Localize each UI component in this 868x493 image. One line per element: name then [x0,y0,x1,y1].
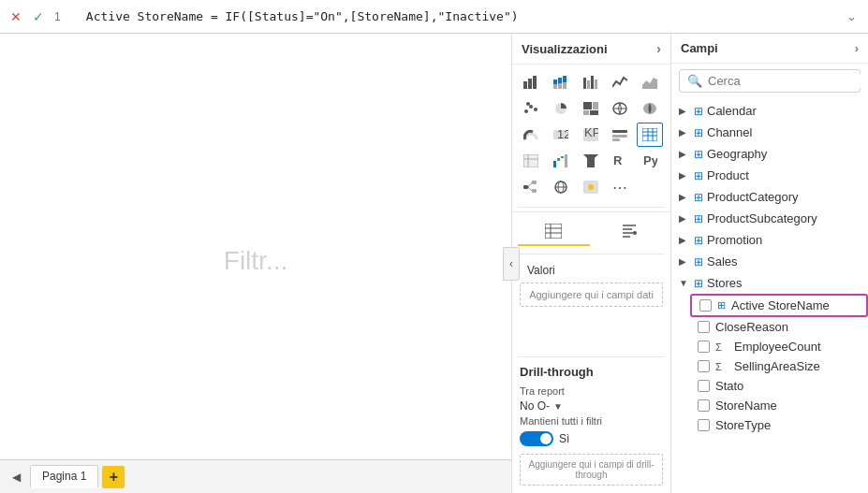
table-icon: ⊞ [694,169,703,182]
tree-checkbox-storetype[interactable] [698,419,710,431]
campi-search-input[interactable] [708,74,865,88]
tree-checkbox-activestorename[interactable] [699,299,712,312]
viz-line-chart[interactable] [607,70,633,94]
drill-toggle[interactable] [520,431,553,446]
page-tab-1[interactable]: Pagina 1 [30,465,98,488]
viz-area-chart[interactable] [637,70,663,94]
drill-dropdown-icon[interactable]: ▼ [553,401,563,412]
page-nav-left[interactable]: ◀ [6,467,26,487]
viz-map[interactable] [607,96,633,121]
add-page-button[interactable]: + [102,466,125,488]
viz-more[interactable]: ⋯ [607,175,633,199]
tree-checkbox-closereason[interactable] [698,321,710,333]
sum-icon-sellingareasize: Σ [715,361,728,372]
viz-collapse-button[interactable]: ‹ [503,247,520,281]
svg-rect-9 [583,78,586,89]
tree-group-header-product[interactable]: ▶ ⊞ Product [671,165,868,186]
tree-checkbox-stato[interactable] [698,380,710,392]
svg-rect-10 [587,80,590,89]
tree-item-stato[interactable]: Stato [690,376,868,396]
svg-rect-32 [612,138,620,141]
svg-rect-12 [595,80,597,89]
tree-group-header-geography[interactable]: ▶ ⊞ Geography [671,143,868,165]
tree-item-storetype[interactable]: StoreType [690,415,868,435]
viz-treemap[interactable] [578,96,604,121]
viz-globe[interactable] [548,175,574,199]
viz-slicer[interactable] [607,123,633,147]
sum-icon-employeecount: Σ [715,341,728,353]
viz-stacked-bar[interactable] [548,70,574,94]
tree-group-promotion: ▶ ⊞ Promotion [671,229,868,251]
tree-group-header-sales[interactable]: ▶ ⊞ Sales [671,251,868,272]
viz-card[interactable]: 123 [548,123,574,147]
campi-panel-expand-icon[interactable]: › [855,41,859,55]
svg-rect-1 [528,79,532,89]
viz-funnel[interactable] [578,149,604,173]
viz-add-fields-button[interactable]: Aggiungere qui i campi dati [520,283,663,307]
tree-item-employeecount[interactable]: Σ EmployeeCount [690,337,868,356]
viz-scatter[interactable] [518,96,544,121]
viz-smart-narrative[interactable] [578,175,604,199]
viz-decomp-tree[interactable] [518,175,544,199]
viz-r-visual[interactable]: R [607,149,633,173]
table-icon: ⊞ [694,105,703,118]
svg-rect-22 [590,110,598,115]
viz-kpi[interactable]: KPI [578,123,604,147]
viz-tab-format[interactable] [594,218,666,246]
tree-item-sellingareasize[interactable]: Σ SellingAreaSize [690,356,868,376]
viz-panel-expand-icon[interactable]: › [656,41,661,56]
viz-cluster-bar[interactable] [578,70,604,94]
viz-tab-fields[interactable] [518,218,590,246]
campi-panel-header: Campi › [671,34,868,64]
tree-item-storename[interactable]: StoreName [690,396,868,415]
svg-text:Py: Py [643,154,657,167]
viz-table[interactable] [637,123,663,147]
tree-group-header-productsubcategory[interactable]: ▶ ⊞ ProductSubcategory [671,208,868,229]
viz-python-visual[interactable]: Py [637,149,663,173]
viz-add-drill-fields-button[interactable]: Aggiungere qui i campi di drill-through [520,454,663,486]
tree-group-label-productcategory: ProductCategory [707,190,799,204]
chevron-right-icon: ▶ [679,213,690,224]
viz-pie[interactable] [548,96,574,121]
tree-item-closereason[interactable]: CloseReason [690,317,868,337]
viz-matrix[interactable] [518,149,544,173]
tree-group-label-geography: Geography [707,147,767,161]
formula-bar-icons: ✕ ✓ [7,8,47,25]
viz-gauge[interactable] [518,123,544,147]
svg-rect-21 [583,110,589,115]
tree-checkbox-employeecount[interactable] [698,341,710,353]
tree-item-activestorename[interactable]: ⊞ Active StoreName [690,294,868,317]
viz-panel: ‹ Visualizzazioni › [512,34,671,493]
svg-marker-45 [583,154,598,167]
confirm-icon[interactable]: ✓ [30,8,47,25]
tree-group-header-channel[interactable]: ▶ ⊞ Channel [671,122,868,143]
svg-rect-11 [591,76,594,89]
tree-group-header-productcategory[interactable]: ▶ ⊞ ProductCategory [671,186,868,208]
formula-expand-icon[interactable]: ⌄ [842,7,861,26]
formula-input[interactable] [79,9,834,23]
svg-rect-4 [553,84,557,89]
svg-point-16 [534,108,537,111]
viz-filled-map[interactable] [637,96,663,121]
drill-entre-label: Tra report [520,385,595,397]
svg-rect-8 [563,82,566,89]
viz-panel-title: Visualizzazioni [522,42,608,56]
svg-text:R: R [613,154,623,167]
viz-waterfall[interactable] [548,149,574,173]
tree-group-header-calendar[interactable]: ▶ ⊞ Calendar [671,100,868,122]
drill-select-value: No O- [520,399,550,413]
viz-bar-chart[interactable] [518,70,544,94]
tree-children-stores: ⊞ Active StoreName CloseReason Σ Employe… [671,294,868,435]
tree-checkbox-sellingareasize[interactable] [698,360,710,372]
chevron-right-icon: ▶ [679,256,690,267]
tree-group-header-stores[interactable]: ▼ ⊞ Stores [671,272,868,294]
cancel-icon[interactable]: ✕ [7,8,24,25]
tree-group-header-promotion[interactable]: ▶ ⊞ Promotion [671,229,868,251]
chevron-right-icon: ▶ [679,127,690,138]
svg-rect-42 [557,158,560,161]
tree-group-calendar: ▶ ⊞ Calendar [671,100,868,122]
tree-group-geography: ▶ ⊞ Geography [671,143,868,165]
tree-checkbox-storename[interactable] [698,399,710,412]
table-icon: ⊞ [694,148,703,161]
drill-title: Drill-through [520,359,663,383]
